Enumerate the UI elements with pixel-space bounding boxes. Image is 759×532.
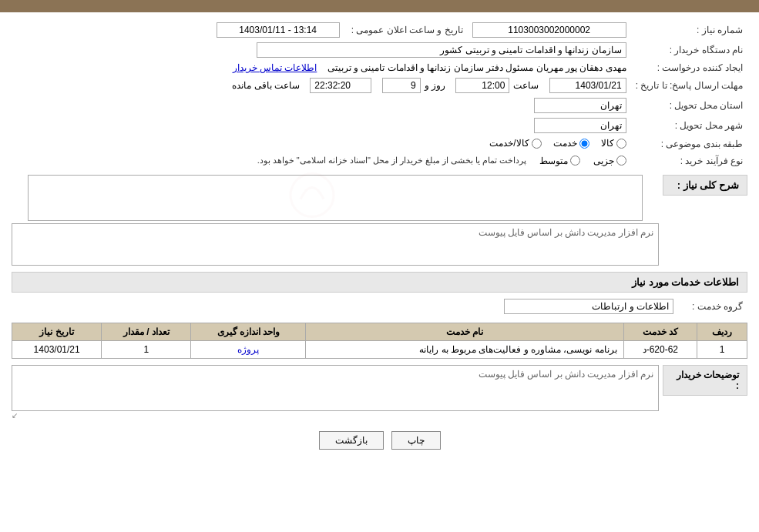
cell-name: برنامه نویسی، مشاوره و فعالیت‌های مربوط … <box>306 340 623 358</box>
deadline-label: مهلت ارسال پاسخ: تا تاریخ : <box>631 75 747 95</box>
description-section-title: شرح کلی نیاز : <box>663 175 747 196</box>
row-city: شهر محل تحویل : <box>12 115 747 136</box>
buttons-row: چاپ بازگشت <box>12 431 747 450</box>
col-quantity: تعداد / مقدار <box>102 323 191 340</box>
col-date: تاریخ نیاز <box>12 323 102 340</box>
creator-text: مهدی دهقان پور مهریان مسئول دفتر سازمان … <box>327 62 626 73</box>
category-khedmat: خدمت <box>553 138 589 149</box>
org-name-value <box>12 40 631 60</box>
buyer-desc-section: توضیحات خریدار : نرم افزار مدیریت دانش ب… <box>12 365 747 420</box>
main-info-table: شماره نیاز : تاریخ و ساعت اعلان عمومی : … <box>12 20 747 169</box>
back-button[interactable]: بازگشت <box>319 431 384 450</box>
row-creator: ایجاد کننده درخواست : مهدی دهقان پور مهر… <box>12 60 747 75</box>
cell-quantity: 1 <box>102 340 191 358</box>
purchase-motavasset-radio[interactable] <box>570 156 580 166</box>
description-textarea[interactable] <box>28 175 643 221</box>
services-table: ردیف کد خدمت نام خدمت واحد اندازه گیری ت… <box>12 323 747 359</box>
purchase-note: پرداخت تمام یا بخشی از مبلغ خریدار از مح… <box>257 156 527 166</box>
cell-row: 1 <box>697 340 747 358</box>
col-service-code: کد خدمت <box>623 323 697 340</box>
request-number-value <box>468 20 631 40</box>
row-request-number: شماره نیاز : تاریخ و ساعت اعلان عمومی : <box>12 20 747 40</box>
category-khedmat-label: خدمت <box>553 138 577 149</box>
province-value <box>12 95 631 115</box>
category-khedmat-radio[interactable] <box>579 139 589 149</box>
deadline-row: ساعت روز و ساعت باقی مانده <box>16 78 626 93</box>
category-kala-khedmat-radio[interactable] <box>532 139 542 149</box>
purchase-jozi-radio[interactable] <box>616 156 626 166</box>
service-group-row: گروه خدمت : <box>12 296 747 316</box>
service-group-table: گروه خدمت : <box>12 296 747 316</box>
row-category: طبقه بندی موضوعی : کالا خدمت <box>12 136 747 153</box>
announce-input[interactable] <box>217 22 340 38</box>
org-name-input[interactable] <box>257 42 626 58</box>
creator-label: ایجاد کننده درخواست : <box>631 60 747 75</box>
service-group-label: گروه خدمت : <box>678 296 747 316</box>
deadline-days-input[interactable] <box>382 78 421 93</box>
page-header <box>0 0 759 12</box>
watermark-area <box>12 175 659 223</box>
creator-link[interactable]: اطلاعات تماس خریدار <box>233 62 317 73</box>
category-label: طبقه بندی موضوعی : <box>631 136 747 153</box>
buyer-desc-display: نرم افزار مدیریت دانش بر اساس فایل پیوست <box>12 365 659 411</box>
page-container: شماره نیاز : تاریخ و ساعت اعلان عمومی : … <box>0 0 759 532</box>
creator-value: مهدی دهقان پور مهریان مسئول دفتر سازمان … <box>12 60 631 75</box>
description-text-display: نرم افزار مدیریت دانش بر اساس فایل پیوست <box>12 223 659 266</box>
org-name-label: نام دستگاه خریدار : <box>631 40 747 60</box>
purchase-jozi: جزیی <box>593 156 626 166</box>
request-number-input[interactable] <box>472 22 626 38</box>
purchase-jozi-label: جزیی <box>593 156 614 166</box>
category-options: کالا خدمت کالا/خدمت <box>12 136 631 153</box>
purchase-motavasset-label: متوسط <box>539 156 568 166</box>
purchase-type-label: نوع فرآیند خرید : <box>631 153 747 169</box>
row-org-name: نام دستگاه خریدار : <box>12 40 747 60</box>
buyer-desc-label: توضیحات خریدار : <box>663 365 747 396</box>
purchase-type-row: جزیی متوسط پرداخت تمام یا بخشی از مبلغ خ… <box>16 156 626 166</box>
description-section: شرح کلی نیاز : نرم افزار مدیریت دانش بر … <box>12 175 747 266</box>
city-value <box>12 115 631 136</box>
buyer-desc-content: نرم افزار مدیریت دانش بر اساس فایل پیوست… <box>12 365 659 420</box>
category-radio-group: کالا خدمت کالا/خدمت <box>489 138 626 149</box>
deadline-remain-input[interactable] <box>310 78 371 93</box>
city-input[interactable] <box>534 118 626 133</box>
services-section-title: اطلاعات خدمات مورد نیاز <box>12 272 747 293</box>
time-label: ساعت <box>513 80 539 91</box>
category-kala-label: کالا <box>601 138 614 149</box>
description-content: نرم افزار مدیریت دانش بر اساس فایل پیوست <box>12 175 659 266</box>
announce-label: تاریخ و ساعت اعلان عمومی : <box>344 20 468 40</box>
purchase-motavasset: متوسط <box>539 156 580 166</box>
row-province: استان محل تحویل : <box>12 95 747 115</box>
col-service-name: نام خدمت <box>306 323 623 340</box>
deadline-time-input[interactable] <box>455 78 509 93</box>
category-kala-khedmat-label: کالا/خدمت <box>489 138 529 149</box>
city-label: شهر محل تحویل : <box>631 115 747 136</box>
row-deadline: مهلت ارسال پاسخ: تا تاریخ : ساعت روز و <box>12 75 747 95</box>
category-kala: کالا <box>601 138 626 149</box>
col-row-number: ردیف <box>697 323 747 340</box>
col-unit: واحد اندازه گیری <box>191 323 306 340</box>
cell-code: 620-62-د <box>623 340 697 358</box>
request-number-label: شماره نیاز : <box>631 20 747 40</box>
category-kala-radio[interactable] <box>616 139 626 149</box>
service-group-input[interactable] <box>504 299 673 314</box>
services-table-header-row: ردیف کد خدمت نام خدمت واحد اندازه گیری ت… <box>12 323 747 340</box>
province-input[interactable] <box>534 98 626 113</box>
table-row: 1 620-62-د برنامه نویسی، مشاوره و فعالیت… <box>12 340 747 358</box>
cell-date: 1403/01/21 <box>12 340 102 358</box>
cell-unit: پروژه <box>191 340 306 358</box>
category-kala-khedmat: کالا/خدمت <box>489 138 541 149</box>
content-area: شماره نیاز : تاریخ و ساعت اعلان عمومی : … <box>0 12 759 465</box>
purchase-type-value: جزیی متوسط پرداخت تمام یا بخشی از مبلغ خ… <box>12 153 631 169</box>
remain-label: ساعت باقی مانده <box>232 80 300 91</box>
service-group-value <box>12 296 678 316</box>
announce-value <box>12 20 344 40</box>
province-label: استان محل تحویل : <box>631 95 747 115</box>
deadline-value: ساعت روز و ساعت باقی مانده <box>12 75 631 95</box>
row-purchase-type: نوع فرآیند خرید : جزیی متوسط <box>12 153 747 169</box>
days-label: روز و <box>425 80 445 91</box>
print-button[interactable]: چاپ <box>391 431 441 450</box>
deadline-date-input[interactable] <box>549 78 626 93</box>
